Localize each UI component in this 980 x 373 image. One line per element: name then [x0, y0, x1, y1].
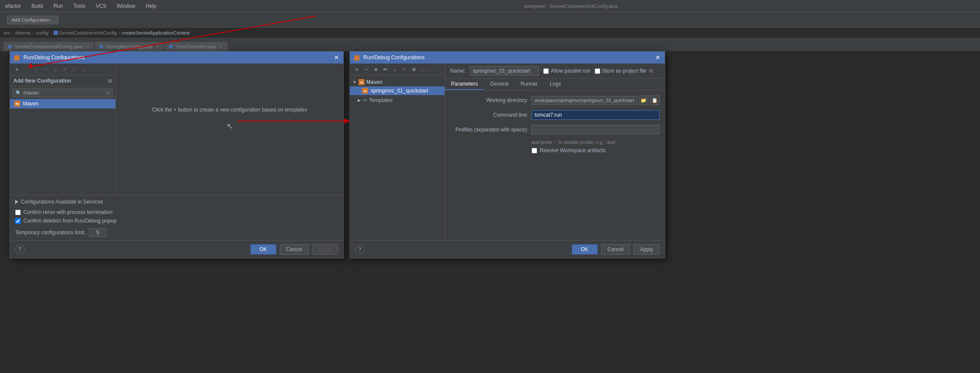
- dialog1-toolbar: + − ⊕ ✏ ▲ ▼ ⊞ ⊟: [10, 64, 115, 75]
- dialog2-footer: ? OK Cancel Apply: [350, 240, 665, 258]
- confirm-deletion-checkbox[interactable]: [15, 218, 21, 224]
- config-content: Working directory: 📁 📋 Command line:: [445, 90, 665, 240]
- name-field-input[interactable]: [470, 66, 539, 76]
- resolve-workspace-checkbox[interactable]: [532, 148, 537, 153]
- tree-item-springmvc-label: springmvc_01_quickstart: [371, 88, 428, 94]
- dialog1-edit-button[interactable]: ✏: [41, 65, 50, 73]
- dialog1-right-panel: Click the + button to create a new confi…: [116, 64, 343, 195]
- services-expand-icon: [15, 200, 18, 204]
- menu-tools[interactable]: Tools: [71, 2, 87, 10]
- store-project-row: Store as project file ⚙: [595, 68, 654, 74]
- maven-group-header[interactable]: ▼ m Maven: [350, 78, 445, 86]
- command-line-label: Command line:: [450, 112, 528, 118]
- dialog1-add-config-header: Add New Configuration ⊟: [10, 75, 115, 87]
- dialog2-remove-button[interactable]: −: [362, 65, 371, 73]
- store-project-label: Store as project file: [602, 68, 647, 74]
- menu-run[interactable]: Run: [51, 2, 64, 10]
- dialog1-cancel-button[interactable]: Cancel: [280, 244, 309, 255]
- dialog1-ok-button[interactable]: OK: [250, 244, 276, 255]
- dialog1-sort-button[interactable]: ⊞: [70, 65, 78, 73]
- dialog1-add-button[interactable]: +: [13, 65, 21, 73]
- working-dir-variable-button[interactable]: 📋: [650, 96, 660, 105]
- dialog1-close-button[interactable]: ✕: [334, 54, 339, 61]
- expand-icon[interactable]: ⊟: [108, 78, 112, 84]
- tab-general[interactable]: General: [484, 79, 515, 90]
- dialog1-help-button[interactable]: ?: [15, 245, 25, 254]
- dialog2-sort-button[interactable]: ⊞: [410, 65, 418, 73]
- tab-close-servlet[interactable]: ✕: [86, 45, 89, 49]
- name-field-label: Name:: [450, 68, 465, 74]
- editor-tabs-bar: ServletContainersInitConfig.java ✕ Sprin…: [0, 38, 980, 51]
- dialog1-title: Run/Debug Configurations: [14, 54, 85, 61]
- dialog1-apply-button[interactable]: Apply: [312, 244, 338, 255]
- services-section[interactable]: Configurations Available in Services: [15, 199, 338, 205]
- tab-parameters[interactable]: Parameters: [445, 79, 484, 90]
- config-list-item-maven-label: Maven: [23, 101, 38, 107]
- dialog2-group-button[interactable]: ⊟: [419, 65, 428, 73]
- search-clear-icon[interactable]: ✕: [106, 90, 110, 96]
- dialog2-help-button[interactable]: ?: [355, 245, 365, 254]
- editor-tab-usercontroller[interactable]: UserController.java ✕: [164, 42, 227, 51]
- menu-build[interactable]: Build: [30, 2, 45, 10]
- breadcrumb-part-1: om: [3, 30, 10, 35]
- store-project-checkbox[interactable]: [595, 68, 600, 74]
- dialog1-group-button[interactable]: ⊟: [79, 65, 88, 73]
- dialog1-copy-button[interactable]: ⊕: [32, 65, 40, 73]
- dialog2-close-button[interactable]: ✕: [655, 54, 660, 61]
- editor-tab-springmvc[interactable]: SpringMvcConfig.java ✕: [95, 42, 163, 51]
- profiles-hint: add prefix '-' to disable profile, e.g. …: [532, 140, 660, 145]
- menu-refactor[interactable]: efactor: [3, 2, 23, 10]
- config-list-item-maven[interactable]: m Maven: [10, 99, 115, 108]
- dialog1-search-input[interactable]: [23, 90, 106, 96]
- dialog2-apply-button[interactable]: Apply: [634, 244, 660, 255]
- allow-parallel-checkbox[interactable]: [543, 68, 549, 74]
- dialog2-up-button[interactable]: ▲: [391, 65, 399, 73]
- tab-logs[interactable]: Logs: [544, 79, 567, 90]
- maven-group: ▼ m Maven m springmvc_01_quickstart: [350, 78, 445, 95]
- profiles-input[interactable]: [532, 125, 660, 134]
- tab-close-springmvc[interactable]: ✕: [155, 45, 159, 49]
- menu-help[interactable]: Help: [144, 2, 158, 10]
- command-line-value: [532, 110, 660, 120]
- templates-item[interactable]: ▶ ✏ Templates: [350, 96, 445, 105]
- dialog2-cancel-button[interactable]: Cancel: [601, 244, 630, 255]
- dialog1-down-button[interactable]: ▼: [60, 65, 69, 73]
- dialog2-edit-button[interactable]: ✏: [381, 65, 390, 73]
- allow-parallel-label: Allow parallel run: [551, 68, 590, 74]
- tab-runner[interactable]: Runner: [515, 79, 544, 90]
- resolve-workspace-label: Resolve Workspace artifacts: [540, 147, 605, 153]
- temp-limit-label: Temporary configurations limit:: [15, 230, 86, 236]
- add-configuration-button[interactable]: Add Configuration...: [7, 16, 58, 24]
- dialog1-remove-button[interactable]: −: [22, 65, 31, 73]
- tree-item-springmvc[interactable]: m springmvc_01_quickstart: [350, 86, 445, 95]
- dialog2-body: + − ⊕ ✏ ▲ ▼ ⊞ ⊟ ▼ m Maven m: [350, 64, 665, 240]
- tab-close-usercontroller[interactable]: ✕: [219, 45, 223, 49]
- confirm-rerun-checkbox[interactable]: [15, 210, 21, 215]
- store-project-settings-icon[interactable]: ⚙: [649, 68, 653, 74]
- dialog1-config-list: m Maven: [10, 99, 115, 195]
- dialog2-copy-button[interactable]: ⊕: [372, 65, 380, 73]
- command-line-row: Command line:: [450, 110, 660, 120]
- dialog2-add-button[interactable]: +: [352, 65, 361, 73]
- tab-bar: Add Configuration...: [0, 12, 980, 28]
- temp-limit-input[interactable]: [89, 228, 106, 237]
- working-dir-label: Working directory:: [450, 97, 528, 103]
- menu-window[interactable]: Window: [115, 2, 137, 10]
- menu-vcs[interactable]: VCS: [94, 2, 108, 10]
- working-dir-row: Working directory: 📁 📋: [450, 96, 660, 105]
- temp-limit-row: Temporary configurations limit:: [15, 228, 338, 237]
- working-dir-input[interactable]: [532, 96, 637, 105]
- search-icon: 🔍: [16, 90, 22, 96]
- dialog2-ok-button[interactable]: OK: [572, 244, 598, 255]
- editor-tab-servlet[interactable]: ServletContainersInitConfig.java ✕: [3, 42, 94, 51]
- dialog2-toolbar: + − ⊕ ✏ ▲ ▼ ⊞ ⊟: [350, 64, 445, 75]
- dialog1-search-box[interactable]: 🔍 ✕: [13, 89, 113, 97]
- file-title: springmvc - ServletContainersInitConfig.…: [165, 3, 977, 9]
- dialog2-right-panel: Name: Allow parallel run Store as projec…: [445, 64, 665, 240]
- dialog2-down-button[interactable]: ▼: [400, 65, 409, 73]
- confirm-rerun-label: Confirm rerun with process termination: [23, 209, 112, 215]
- command-line-input[interactable]: [532, 110, 660, 120]
- dialog2-left-panel: + − ⊕ ✏ ▲ ▼ ⊞ ⊟ ▼ m Maven m: [350, 64, 445, 240]
- dialog1-up-button[interactable]: ▲: [51, 65, 59, 73]
- working-dir-browse-button[interactable]: 📁: [639, 96, 648, 105]
